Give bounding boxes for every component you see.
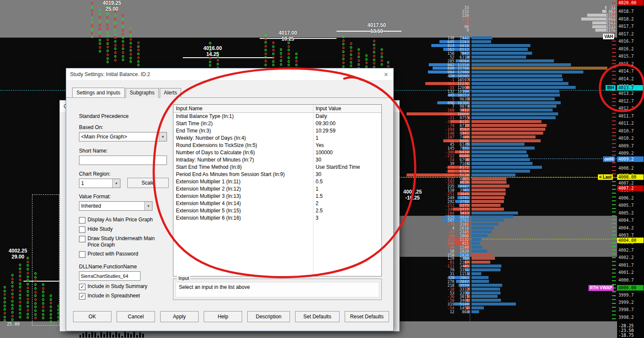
profile-tpo: o: [19, 315, 21, 319]
column-header[interactable]: Input Name: [173, 105, 313, 112]
tab-subgraphs[interactable]: Subgraphs: [126, 88, 159, 98]
price-chip: 4020.00: [617, 0, 644, 6]
volume-histogram-bar: [130, 334, 132, 338]
price-scale-label: 4012.7: [618, 99, 634, 103]
volume-bar: [471, 44, 530, 47]
input-row[interactable]: Number of Days to Calculate (In:6)100000: [173, 149, 381, 156]
input-row[interactable]: Round Extensions to TickSize (In:5)Yes: [173, 142, 381, 149]
checkbox-label: Include in Spreadsheet: [88, 293, 140, 299]
checkbox-box[interactable]: [79, 251, 85, 258]
checkbox-hide-study[interactable]: Hide Study: [79, 226, 159, 233]
description-button[interactable]: Description: [247, 311, 290, 322]
input-value-cell: Yes: [313, 142, 381, 149]
input-row[interactable]: Initial Balance Type (In:1)Daily: [173, 113, 381, 120]
tick-dash: [612, 48, 616, 49]
checkbox-display-as-main-price-graph[interactable]: Display As Main Price Graph: [79, 217, 159, 223]
volume-bar: [471, 272, 481, 275]
dialog-titlebar[interactable]: Study Settings: Initial Balance. ID:2 ✕: [66, 68, 393, 81]
volume-bar: [471, 215, 513, 218]
volume-histogram-bar: [115, 331, 117, 338]
set-defaults-button[interactable]: Set Defaults: [295, 311, 340, 322]
checkbox-label: Hide Study: [88, 226, 113, 232]
checkbox-include-in-study-summary[interactable]: ✓Include in Study Summary: [79, 283, 161, 290]
volume-bar: [471, 36, 492, 39]
column-header[interactable]: Input Value: [313, 105, 381, 112]
volume-bar: [471, 181, 506, 184]
close-icon[interactable]: ✕: [379, 71, 393, 78]
volume-bar: [471, 257, 495, 260]
input-row[interactable]: Extension Multiplier 1 (In:11)0.5: [173, 178, 381, 185]
tick-dash: [612, 166, 616, 167]
scale-button[interactable]: Scale: [127, 178, 169, 188]
tick-dash: [612, 147, 616, 148]
input-row[interactable]: Start End Time Method (In:8)Use Start/En…: [173, 164, 381, 171]
input-row[interactable]: Period End As Minutes from Session Start…: [173, 171, 381, 178]
apply-button[interactable]: Apply: [160, 311, 199, 322]
profile-tpo: o: [91, 35, 94, 38]
volume-bar: [471, 166, 542, 169]
tick-dash: [612, 98, 616, 99]
volume-bar: [471, 158, 530, 161]
volume-bar: [471, 177, 506, 180]
standard-precedence-label: Standard Precedence: [79, 113, 129, 119]
input-row[interactable]: Extension Multiplier 6 (In:16)3: [173, 215, 381, 222]
trading-app-window: 4019.24018.74018.24017.74017.24016.74016…: [0, 0, 644, 338]
input-row[interactable]: Extension Multiplier 5 (In:15)2.5: [173, 207, 381, 215]
checkbox-draw-study-underneath-main-price-graph[interactable]: Draw Study Underneath Main Price Graph: [79, 235, 159, 248]
checkbox-include-in-spreadsheet[interactable]: ✓Include in Spreadsheet: [79, 293, 161, 300]
input-row[interactable]: End Time (In:3)10:29:59: [173, 127, 381, 135]
input-row[interactable]: Extension Multiplier 3 (In:13)1.5: [173, 193, 381, 200]
checkbox-box[interactable]: ✓: [79, 284, 85, 290]
help-button[interactable]: Help: [204, 311, 242, 322]
input-row[interactable]: Intraday: Number of Minutes (In:7)30: [173, 156, 381, 164]
value-format-select[interactable]: Inherited ▼: [79, 201, 152, 211]
tab-settings-and-inputs[interactable]: Settings and Inputs: [72, 88, 125, 97]
input-row[interactable]: Extension Multiplier 4 (In:14)2: [173, 200, 381, 207]
volume-bar: [471, 238, 481, 241]
tab-alerts[interactable]: Alerts: [160, 88, 181, 98]
checkbox-protect-with-password[interactable]: Protect with Password: [79, 251, 159, 258]
short-name-input[interactable]: [79, 156, 167, 165]
tick-dash: [612, 246, 616, 247]
input-groupbox: Input Select an input in the list above: [173, 279, 382, 300]
profile-tpo: o: [122, 58, 124, 62]
tick-dash: [612, 155, 616, 156]
reset-defaults-button[interactable]: Reset Defaults: [345, 311, 389, 322]
volume-bar: [471, 200, 504, 203]
checkbox-box[interactable]: [79, 217, 85, 223]
dll-name-input[interactable]: [79, 271, 141, 281]
input-name-cell: Extension Multiplier 4 (In:14): [173, 200, 313, 207]
tick-dash: [612, 231, 616, 232]
scale-marker-label: VAH: [603, 34, 614, 39]
profile-tpo: o: [42, 316, 44, 320]
price-scale-label: 4004.7: [618, 218, 634, 223]
input-value-cell: 1: [313, 135, 381, 142]
volume-bar: [471, 219, 504, 222]
tick-dash: [612, 56, 616, 57]
input-row[interactable]: Extension Multiplier 2 (In:12)1: [173, 185, 381, 193]
profile-tpo: o: [272, 63, 275, 67]
scale-marker-label: < Last: [598, 174, 613, 180]
price-chip: 4007.2: [617, 185, 644, 191]
based-on-select[interactable]: <Main Price Graph> ▼: [79, 132, 167, 141]
chart-region-select[interactable]: 1 ▼: [79, 179, 120, 188]
volume-bar: [471, 150, 527, 153]
price-scale-label: 4013.2: [618, 91, 634, 96]
cancel-button[interactable]: Cancel: [117, 311, 155, 322]
volume-bar: [471, 116, 556, 119]
checkbox-box[interactable]: ✓: [79, 293, 85, 300]
tick-dash: [612, 67, 616, 68]
input-row[interactable]: Start Time (In:2)09:30:00: [173, 120, 381, 127]
input-value-cell: 10:29:59: [313, 127, 381, 135]
profile-tpo: o: [129, 60, 132, 63]
checkbox-box[interactable]: [79, 236, 85, 242]
profile-tpo: o: [350, 64, 352, 68]
input-name-cell: Period End As Minutes from Session Start…: [173, 171, 313, 178]
price-scale-label: 4015.2: [618, 62, 634, 66]
volume-bar: [471, 212, 518, 215]
checkbox-box[interactable]: [79, 226, 85, 233]
tick-dash: [612, 109, 616, 110]
input-row[interactable]: Weekly: Number of Days (In:4)1: [173, 135, 381, 142]
ok-button[interactable]: OK: [73, 311, 111, 322]
price-chip: 4009.2: [617, 156, 644, 162]
